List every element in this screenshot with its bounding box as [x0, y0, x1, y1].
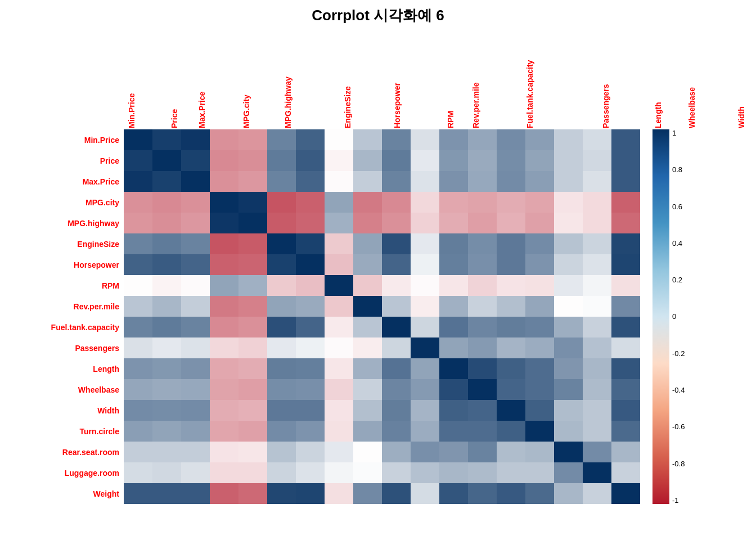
cell-14-4 [238, 421, 267, 442]
cell-2-0 [124, 171, 152, 192]
cell-12-9 [382, 379, 411, 400]
cell-13-15 [554, 400, 583, 421]
cell-6-3 [210, 254, 238, 275]
cell-3-2 [181, 192, 210, 213]
cell-8-14 [525, 296, 554, 317]
cell-11-13 [497, 358, 525, 379]
cell-10-7 [325, 338, 353, 358]
cell-10-10 [411, 338, 439, 358]
cell-14-14 [525, 421, 554, 442]
cell-9-4 [238, 317, 267, 338]
cell-0-10 [411, 129, 439, 150]
cell-7-6 [296, 275, 325, 296]
cell-5-5 [267, 233, 296, 254]
cell-10-16 [583, 338, 611, 358]
cell-6-6 [296, 254, 325, 275]
cell-0-8 [353, 129, 382, 150]
cell-0-3 [210, 129, 238, 150]
scale-labels: 10.80.60.40.20-0.2-0.4-0.6-0.8-1 [672, 129, 685, 504]
cell-7-17 [611, 275, 640, 296]
cell-7-11 [439, 275, 468, 296]
cell-2-4 [238, 171, 267, 192]
cell-16-5 [267, 462, 296, 483]
cell-10-8 [353, 338, 382, 358]
cell-14-10 [411, 421, 439, 442]
cell-15-8 [353, 442, 382, 462]
cell-16-14 [525, 462, 554, 483]
cell-11-4 [238, 358, 267, 379]
cell-2-3 [210, 171, 238, 192]
color-scale [652, 129, 669, 504]
cell-11-17 [611, 358, 640, 379]
row-label-12: Wheelbase [0, 379, 124, 400]
cell-7-13 [497, 275, 525, 296]
cell-2-12 [468, 171, 497, 192]
cell-10-6 [296, 338, 325, 358]
cell-1-0 [124, 150, 152, 171]
cell-15-14 [525, 442, 554, 462]
cell-14-13 [497, 421, 525, 442]
cell-3-13 [497, 192, 525, 213]
cell-15-3 [210, 442, 238, 462]
cell-17-4 [238, 483, 267, 504]
cell-5-9 [382, 233, 411, 254]
cell-15-10 [411, 442, 439, 462]
col-label-0: Min.Price [124, 11, 166, 129]
cell-17-2 [181, 483, 210, 504]
cell-9-13 [497, 317, 525, 338]
cell-0-15 [554, 129, 583, 150]
cell-3-0 [124, 192, 152, 213]
cell-8-0 [124, 296, 152, 317]
cell-13-11 [439, 400, 468, 421]
cell-8-10 [411, 296, 439, 317]
cell-10-17 [611, 338, 640, 358]
row-label-6: Horsepower [0, 254, 124, 275]
cell-4-16 [583, 213, 611, 233]
scale-label-10: -1 [672, 497, 685, 504]
cell-16-10 [411, 462, 439, 483]
cell-17-1 [152, 483, 181, 504]
cell-7-7 [325, 275, 353, 296]
col-label-5: EngineSize [340, 11, 390, 129]
cell-10-0 [124, 338, 152, 358]
row-label-11: Length [0, 358, 124, 379]
cell-17-13 [497, 483, 525, 504]
cell-14-0 [124, 421, 152, 442]
cell-1-2 [181, 150, 210, 171]
row-label-13: Width [0, 400, 124, 421]
cell-17-6 [296, 483, 325, 504]
cell-0-12 [468, 129, 497, 150]
cell-5-8 [353, 233, 382, 254]
cell-12-0 [124, 379, 152, 400]
cell-13-14 [525, 400, 554, 421]
cell-11-15 [554, 358, 583, 379]
cell-1-15 [554, 150, 583, 171]
cell-16-16 [583, 462, 611, 483]
cell-3-11 [439, 192, 468, 213]
cell-12-8 [353, 379, 382, 400]
cell-2-6 [296, 171, 325, 192]
scale-label-1: 0.8 [672, 166, 685, 173]
cell-15-12 [468, 442, 497, 462]
cell-9-3 [210, 317, 238, 338]
cell-5-14 [525, 233, 554, 254]
cell-8-3 [210, 296, 238, 317]
cell-9-12 [468, 317, 497, 338]
cell-13-4 [238, 400, 267, 421]
cell-10-9 [382, 338, 411, 358]
cell-11-9 [382, 358, 411, 379]
cell-8-11 [439, 296, 468, 317]
cell-1-4 [238, 150, 267, 171]
cell-17-11 [439, 483, 468, 504]
cell-7-10 [411, 275, 439, 296]
row-label-7: RPM [0, 275, 124, 296]
cell-3-16 [583, 192, 611, 213]
cell-2-16 [583, 171, 611, 192]
col-label-8: Rev.per.mile [468, 11, 521, 129]
cell-10-15 [554, 338, 583, 358]
cell-5-4 [238, 233, 267, 254]
cell-8-15 [554, 296, 583, 317]
cell-6-7 [325, 254, 353, 275]
cell-14-2 [181, 421, 210, 442]
cell-12-14 [525, 379, 554, 400]
